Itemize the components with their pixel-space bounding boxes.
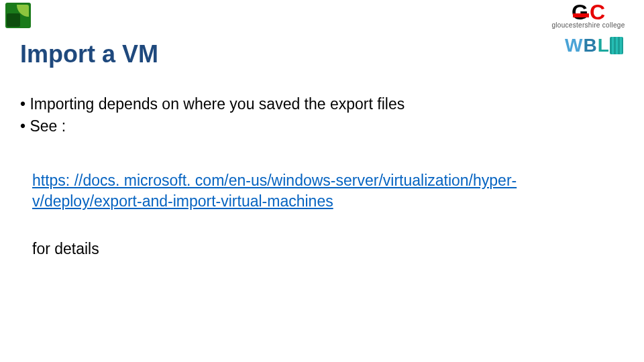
slide-title: Import a VM <box>20 40 158 68</box>
docs-link[interactable]: https: //docs. microsoft. com/en-us/wind… <box>32 172 517 210</box>
wbl-w-letter: W <box>565 35 582 56</box>
link-block: https: //docs. microsoft. com/en-us/wind… <box>32 170 624 212</box>
bullet-text: Importing depends on where you saved the… <box>30 95 405 113</box>
gc-logo: G C gloucestershire college <box>538 4 639 32</box>
link-text-line1: https: //docs. microsoft. com/en-us/wind… <box>32 172 517 189</box>
wbl-logo: W B L <box>565 35 639 59</box>
slide-content: • Importing depends on where you saved t… <box>20 94 624 259</box>
gc-c-letter: C <box>590 4 605 21</box>
wbl-pattern-icon <box>610 37 623 54</box>
gc-text: gloucestershire college <box>551 21 625 29</box>
bullet-text: See : <box>30 117 66 135</box>
bullet-item: • See : <box>20 116 624 137</box>
details-text: for details <box>32 239 624 259</box>
bullet-item: • Importing depends on where you saved t… <box>20 94 624 115</box>
wbl-b-letter: B <box>583 35 596 56</box>
gc-g-letter: G <box>572 4 588 21</box>
wbl-l-letter: L <box>598 35 609 56</box>
link-text-line2: v/deploy/export-and-import-virtual-machi… <box>32 192 333 210</box>
bcs-logo <box>5 3 32 29</box>
